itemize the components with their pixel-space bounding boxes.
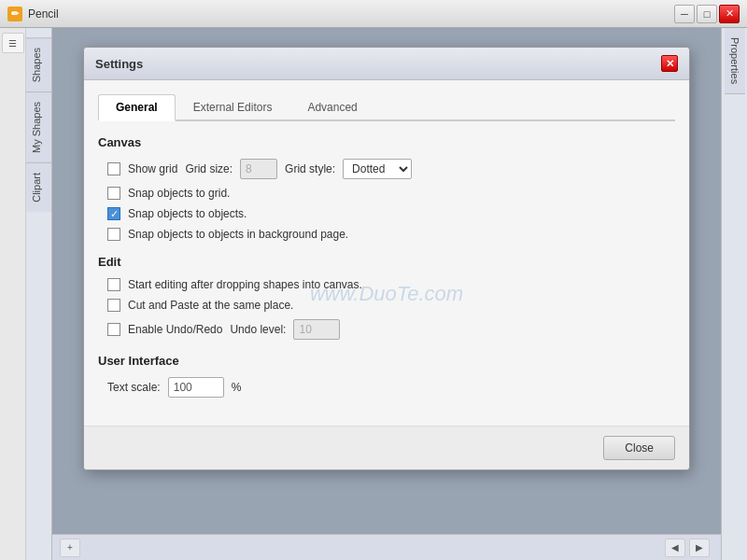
dialog-title: Settings	[95, 57, 143, 71]
dialog-footer: Close	[84, 426, 689, 469]
snap-to-objects-checkbox[interactable]: ✓	[107, 207, 120, 220]
undo-level-label: Undo level:	[230, 323, 286, 336]
snap-to-grid-row: Snap objects to grid.	[98, 187, 675, 200]
start-editing-label: Start editing after dropping shapes into…	[128, 278, 362, 291]
canvas-section: Canvas Show grid Grid size: Grid style: …	[98, 135, 675, 241]
enable-undo-label: Enable Undo/Redo	[128, 323, 222, 336]
text-scale-row: Text scale: %	[98, 377, 675, 398]
show-grid-row: Show grid Grid size: Grid style: Dotted …	[98, 159, 675, 179]
clipart-tab[interactable]: Clipart	[26, 162, 51, 212]
start-editing-row: Start editing after dropping shapes into…	[98, 278, 675, 291]
properties-tab[interactable]: Properties	[725, 28, 745, 94]
grid-size-input[interactable]	[240, 159, 277, 179]
vertical-tabs: Shapes My Shapes Clipart	[26, 28, 52, 560]
snap-to-background-checkbox[interactable]	[107, 228, 120, 241]
text-scale-input[interactable]	[168, 377, 224, 398]
modal-overlay: Settings ✕ General External Editors Adva…	[52, 28, 721, 560]
snap-to-objects-label: Snap objects to objects.	[128, 207, 247, 220]
dialog-body: General External Editors Advanced Canvas…	[84, 80, 689, 426]
minimize-button[interactable]: ─	[674, 5, 695, 23]
scroll-right-button[interactable]: ▶	[689, 539, 710, 557]
enable-undo-row: Enable Undo/Redo Undo level:	[98, 319, 675, 340]
left-sidebar: ☰	[0, 28, 26, 560]
start-editing-checkbox[interactable]	[107, 278, 120, 291]
show-grid-label: Show grid	[128, 162, 177, 175]
snap-to-grid-label: Snap objects to grid.	[128, 187, 230, 200]
grid-style-select[interactable]: Dotted Solid Dashed	[343, 159, 412, 179]
text-scale-label: Text scale:	[107, 381, 161, 394]
menu-button[interactable]: ☰	[2, 33, 24, 53]
tab-external-editors[interactable]: External Editors	[176, 94, 290, 121]
dialog-close-icon[interactable]: ✕	[661, 55, 678, 72]
right-sidebar: Properties	[721, 28, 747, 560]
main-area: www.DuoTe.com Settings ✕ General Externa…	[52, 28, 721, 560]
grid-size-label: Grid size:	[185, 162, 233, 175]
scroll-left-button[interactable]: ◀	[665, 539, 685, 557]
undo-level-input[interactable]	[293, 319, 340, 340]
close-dialog-button[interactable]: Close	[603, 436, 675, 460]
cut-paste-label: Cut and Paste at the same place.	[128, 299, 293, 312]
my-shapes-tab[interactable]: My Shapes	[26, 91, 51, 162]
snap-to-background-label: Snap objects to objects in background pa…	[128, 228, 348, 241]
app-icon: ✏	[7, 7, 22, 21]
app-title: Pencil	[28, 7, 669, 21]
show-grid-checkbox[interactable]	[107, 162, 120, 175]
enable-undo-checkbox[interactable]	[107, 323, 120, 336]
text-scale-unit: %	[232, 381, 242, 394]
status-bar: + ◀ ▶	[52, 534, 721, 560]
tab-bar: General External Editors Advanced	[98, 94, 675, 121]
tab-general[interactable]: General	[98, 94, 176, 121]
edit-section: Edit Start editing after dropping shapes…	[98, 255, 675, 340]
edit-section-title: Edit	[98, 255, 675, 269]
snap-to-objects-row: ✓ Snap objects to objects.	[98, 207, 675, 220]
maximize-button[interactable]: □	[697, 5, 717, 23]
user-interface-section: User Interface Text scale: %	[98, 354, 675, 398]
window-controls: ─ □ ✕	[674, 5, 740, 23]
dialog-title-bar: Settings ✕	[84, 48, 689, 80]
shapes-tab[interactable]: Shapes	[26, 37, 51, 91]
snap-to-grid-checkbox[interactable]	[107, 187, 120, 200]
new-page-button[interactable]: +	[60, 539, 80, 557]
settings-dialog: Settings ✕ General External Editors Adva…	[83, 47, 690, 470]
tab-advanced[interactable]: Advanced	[289, 94, 374, 121]
ui-section-title: User Interface	[98, 354, 675, 368]
close-button[interactable]: ✕	[719, 5, 740, 23]
snap-to-background-row: Snap objects to objects in background pa…	[98, 228, 675, 241]
cut-paste-row: Cut and Paste at the same place.	[98, 299, 675, 312]
app-body: ☰ Shapes My Shapes Clipart www.DuoTe.com…	[0, 28, 747, 560]
title-bar: ✏ Pencil ─ □ ✕	[0, 0, 747, 28]
cut-paste-checkbox[interactable]	[107, 299, 120, 312]
grid-style-label: Grid style:	[285, 162, 335, 175]
canvas-section-title: Canvas	[98, 135, 675, 149]
